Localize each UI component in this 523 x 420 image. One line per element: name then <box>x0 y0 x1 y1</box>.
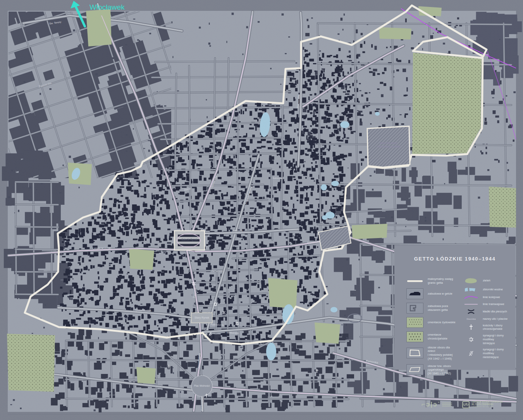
legend-column-right: zieleńzbiorniki wodnelinie kolejowelinie… <box>463 277 510 375</box>
legend-swatch-cross <box>463 324 479 331</box>
legend-item-right-5: Dworskanazwy ulic i placów <box>463 317 510 321</box>
legend-item-right-6: kościoły i zborychrześcijańskie <box>463 324 510 331</box>
legend-swatch-green <box>463 277 479 284</box>
legend-columns: maksymalny zasięggranic gettazabudowa w … <box>394 277 515 375</box>
legend-swatch-building-outline <box>406 303 424 314</box>
legend-item-label: linie kolejowe <box>483 295 500 299</box>
institute-logo-glyphs: ⌐ɔ|ɔ˙ <box>421 401 440 408</box>
legend-item-right-1: zbiorniki wodne <box>463 287 510 292</box>
legend-item-label: zabudowa pozaobszarem getta <box>428 304 448 312</box>
legend-item-label: cmentarze żydowskie <box>428 321 456 324</box>
institute-logo-caption <box>442 403 452 406</box>
legend-swatch-white-line <box>406 279 424 283</box>
publisher-logos: ⌐ɔ|ɔ˙ U↻ CENTRUM BADAŃ ŻYDOWSKICH IM. FI… <box>421 398 511 411</box>
legend-swatch-star-crossed <box>463 350 479 357</box>
legend-swatch-building-dark <box>406 288 424 299</box>
university-logo-text: CENTRUM BADAŃ ŻYDOWSKICH IM. FILIPA FRIE… <box>471 401 503 408</box>
legend-column-left: maksymalny zasięggranic gettazabudowa w … <box>406 277 458 375</box>
legend-swatch-cem-jewish <box>406 317 424 328</box>
legend-item-left-0: maksymalny zasięggranic getta <box>406 277 458 285</box>
legend-item-label: nazwy ulic i placów <box>483 317 508 321</box>
legend-item-label: kładki dla pieszych <box>483 310 507 314</box>
legend-item-right-3: linie tramwajowe <box>463 302 510 306</box>
legend-swatch-tram <box>463 303 479 306</box>
legend-swatch-bridge <box>463 309 479 314</box>
legend-item-label: zieleń <box>483 279 490 283</box>
legend-item-right-0: zieleń <box>463 277 510 284</box>
legend-item-right-4: kładki dla pieszych <box>463 309 510 314</box>
institute-logo: ⌐ɔ|ɔ˙ <box>421 401 452 408</box>
legend-item-label: linie tramwajowe <box>483 302 504 306</box>
legend-item-left-2: zabudowa pozaobszarem getta <box>406 303 458 314</box>
legend-item-label: zbiorniki wodne <box>483 288 503 291</box>
logo-line-3: UNIWERSYTET ŁÓDZKI <box>471 406 503 408</box>
legend-item-label: kościoły i zborychrześcijańskie <box>483 324 502 331</box>
legend-swatch-cem-christian <box>406 331 424 342</box>
legend-item-left-1: zabudowa w getcie <box>406 288 458 299</box>
ghetto-map-poster: obóz dla dziecii młodzieży polskiejBałuc… <box>0 0 523 420</box>
legend-item-label: synagogi i domy modlitwynieistniejące <box>483 348 510 359</box>
legend-swatch-camp-children <box>406 348 424 358</box>
legend-item-right-2: linie kolejowe <box>463 295 510 300</box>
legend-item-left-6: obszar tzw. obozucygańskiego(XI 1941 – I… <box>406 364 458 375</box>
university-logo: U↻ CENTRUM BADAŃ ŻYDOWSKICH IM. FILIPA F… <box>462 401 503 408</box>
legend-item-label: obszar obozu dla dziecii młodzieży polsk… <box>428 346 458 361</box>
legend-item-right-8: synagogi i domy modlitwynieistniejące <box>463 348 510 359</box>
legend-item-label: maksymalny zasięggranic getta <box>428 277 453 285</box>
legend-item-right-7: synagogi i domy modlitwyistniejące <box>463 334 510 345</box>
legend-item-label: synagogi i domy modlitwyistniejące <box>483 334 510 345</box>
legend-swatch-street-name: Dworska <box>463 318 479 320</box>
legend-swatch-water <box>463 287 479 292</box>
legend-item-left-3: cmentarze żydowskie <box>406 317 458 328</box>
legend-item-left-4: cmentarze chrześcijańskie <box>406 331 458 342</box>
university-logo-mark: U↻ <box>462 401 470 408</box>
legend-item-left-5: obszar obozu dla dziecii młodzieży polsk… <box>406 346 458 361</box>
legend-item-label: cmentarze chrześcijańskie <box>428 333 458 341</box>
legend-swatch-camp-gypsy <box>406 364 424 375</box>
legend-item-label: obszar tzw. obozucygańskiego(XI 1941 – I… <box>428 364 451 375</box>
legend-item-label: zabudowa w getcie <box>428 292 452 296</box>
legend-swatch-star <box>463 336 479 343</box>
legend-swatch-rail <box>463 295 479 300</box>
legend-panel: GETTO ŁÓDZKIE 1940–1944 maksymalny zasię… <box>394 245 515 370</box>
legend-title: GETTO ŁÓDZKIE 1940–1944 <box>394 256 515 262</box>
